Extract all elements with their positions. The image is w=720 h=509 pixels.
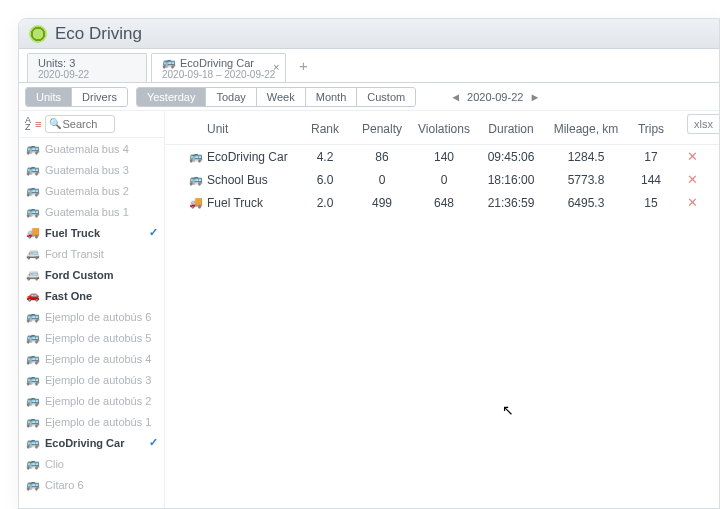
- sidebar-item[interactable]: 🚗Fast One: [19, 285, 164, 306]
- sidebar-item[interactable]: 🚌Clio: [19, 453, 164, 474]
- unit-name: Fast One: [45, 290, 92, 302]
- col-penalty[interactable]: Penalty: [351, 122, 413, 136]
- units-drivers-toggle: Units Drivers: [25, 87, 128, 107]
- cell-rank: 6.0: [299, 173, 351, 187]
- table-body: 🚌EcoDriving Car4.28614009:45:061284.517✕…: [165, 145, 719, 214]
- sort-az-icon[interactable]: AZ: [25, 117, 31, 131]
- unit-name: Guatemala bus 1: [45, 206, 129, 218]
- table-header: Unit Rank Penalty Violations Duration Mi…: [165, 111, 719, 145]
- cell-penalty: 0: [351, 173, 413, 187]
- cell-unit: School Bus: [207, 173, 299, 187]
- vehicle-icon: 🚗: [25, 289, 41, 302]
- sidebar-item[interactable]: 🚌Guatemala bus 4: [19, 138, 164, 159]
- vehicle-icon: 🚌: [25, 205, 41, 218]
- sidebar-item[interactable]: 🚚Fuel Truck✓: [19, 222, 164, 243]
- vehicle-icon: 🚐: [25, 268, 41, 281]
- cell-mileage: 6495.3: [547, 196, 625, 210]
- cell-violations: 648: [413, 196, 475, 210]
- units-button[interactable]: Units: [26, 88, 71, 106]
- sidebar-item[interactable]: 🚌Ejemplo de autobús 4: [19, 348, 164, 369]
- prev-day-button[interactable]: ◄: [444, 91, 467, 103]
- cell-unit: Fuel Truck: [207, 196, 299, 210]
- col-duration[interactable]: Duration: [475, 122, 547, 136]
- unit-name: Ejemplo de autobús 2: [45, 395, 151, 407]
- vehicle-icon: 🚌: [25, 436, 41, 449]
- sidebar-item[interactable]: 🚌Guatemala bus 3: [19, 159, 164, 180]
- unit-list[interactable]: 🚌Guatemala bus 4🚌Guatemala bus 3🚌Guatema…: [19, 138, 164, 508]
- report-tabs: Units: 3 2020-09-22 🚌 EcoDriving Car 202…: [19, 49, 719, 83]
- next-day-button[interactable]: ►: [523, 91, 546, 103]
- unit-name: Ejemplo de autobús 1: [45, 416, 151, 428]
- table-row[interactable]: 🚚Fuel Truck2.049964821:36:596495.315✕: [165, 191, 719, 214]
- unit-name: Ejemplo de autobús 3: [45, 374, 151, 386]
- sidebar-item[interactable]: 🚌Guatemala bus 2: [19, 180, 164, 201]
- vehicle-icon: 🚌: [189, 150, 207, 163]
- cell-unit: EcoDriving Car: [207, 150, 299, 164]
- tab-units-summary[interactable]: Units: 3 2020-09-22: [27, 53, 147, 82]
- sidebar-controls: AZ ≡ 🔍: [19, 111, 164, 138]
- sidebar-item[interactable]: 🚌EcoDriving Car✓: [19, 432, 164, 453]
- remove-row-icon[interactable]: ✕: [677, 195, 707, 210]
- tab-ecodriving-car[interactable]: 🚌 EcoDriving Car 2020-09-18 – 2020-09-22…: [151, 53, 286, 82]
- vehicle-icon: 🚌: [189, 173, 207, 186]
- check-icon: ✓: [149, 226, 158, 239]
- sidebar-item[interactable]: 🚌Ejemplo de autobús 2: [19, 390, 164, 411]
- range-month[interactable]: Month: [305, 88, 357, 106]
- vehicle-icon: 🚌: [25, 415, 41, 428]
- eco-logo-icon: [29, 25, 47, 43]
- add-tab-button[interactable]: +: [288, 49, 318, 82]
- unit-name: Citaro 6: [45, 479, 84, 491]
- sidebar-item[interactable]: 🚌Citaro 6: [19, 474, 164, 495]
- tab-line2: 2020-09-18 – 2020-09-22: [162, 69, 275, 80]
- table-row[interactable]: 🚌EcoDriving Car4.28614009:45:061284.517✕: [165, 145, 719, 168]
- sidebar-item[interactable]: 🚐Ford Transit: [19, 243, 164, 264]
- close-icon[interactable]: ×: [273, 61, 279, 73]
- drivers-button[interactable]: Drivers: [71, 88, 127, 106]
- sidebar-item[interactable]: 🚌Ejemplo de autobús 3: [19, 369, 164, 390]
- sidebar-item[interactable]: 🚌Ejemplo de autobús 5: [19, 327, 164, 348]
- sidebar-item[interactable]: 🚌Ejemplo de autobús 1: [19, 411, 164, 432]
- col-violations[interactable]: Violations: [413, 122, 475, 136]
- vehicle-icon: 🚌: [25, 352, 41, 365]
- cell-violations: 140: [413, 150, 475, 164]
- vehicle-icon: 🚌: [25, 394, 41, 407]
- toolbar: Units Drivers Yesterday Today Week Month…: [19, 83, 719, 111]
- unit-name: EcoDriving Car: [45, 437, 124, 449]
- vehicle-icon: 🚌: [25, 142, 41, 155]
- remove-row-icon[interactable]: ✕: [677, 149, 707, 164]
- filter-icon[interactable]: ≡: [35, 118, 41, 130]
- vehicle-icon: 🚌: [25, 457, 41, 470]
- export-xlsx-button[interactable]: xlsx: [687, 114, 719, 134]
- cell-violations: 0: [413, 173, 475, 187]
- sidebar-item[interactable]: 🚌Ejemplo de autobús 6: [19, 306, 164, 327]
- vehicle-icon: 🚌: [25, 163, 41, 176]
- current-date: 2020-09-22: [467, 91, 523, 103]
- tab-line1: Units: 3: [38, 57, 136, 69]
- col-unit[interactable]: Unit: [207, 122, 299, 136]
- check-icon: ✓: [149, 436, 158, 449]
- table-row[interactable]: 🚌School Bus6.00018:16:005773.8144✕: [165, 168, 719, 191]
- titlebar: Eco Driving: [19, 19, 719, 49]
- sidebar-item[interactable]: 🚌Guatemala bus 1: [19, 201, 164, 222]
- cell-duration: 18:16:00: [475, 173, 547, 187]
- range-today[interactable]: Today: [205, 88, 255, 106]
- vehicle-icon: 🚌: [25, 310, 41, 323]
- cell-trips: 15: [625, 196, 677, 210]
- cell-trips: 17: [625, 150, 677, 164]
- unit-name: Ejemplo de autobús 4: [45, 353, 151, 365]
- range-custom[interactable]: Custom: [356, 88, 415, 106]
- vehicle-icon: 🚌: [25, 331, 41, 344]
- sidebar-item[interactable]: 🚐Ford Custom: [19, 264, 164, 285]
- range-week[interactable]: Week: [256, 88, 305, 106]
- date-navigator: ◄ 2020-09-22 ►: [444, 91, 546, 103]
- cell-duration: 21:36:59: [475, 196, 547, 210]
- cell-duration: 09:45:06: [475, 150, 547, 164]
- col-rank[interactable]: Rank: [299, 122, 351, 136]
- col-mileage[interactable]: Mileage, km: [547, 122, 625, 136]
- range-yesterday[interactable]: Yesterday: [137, 88, 206, 106]
- vehicle-icon: 🚚: [25, 226, 41, 239]
- vehicle-icon: 🚌: [25, 373, 41, 386]
- remove-row-icon[interactable]: ✕: [677, 172, 707, 187]
- date-range-group: Yesterday Today Week Month Custom: [136, 87, 416, 107]
- col-trips[interactable]: Trips: [625, 122, 677, 136]
